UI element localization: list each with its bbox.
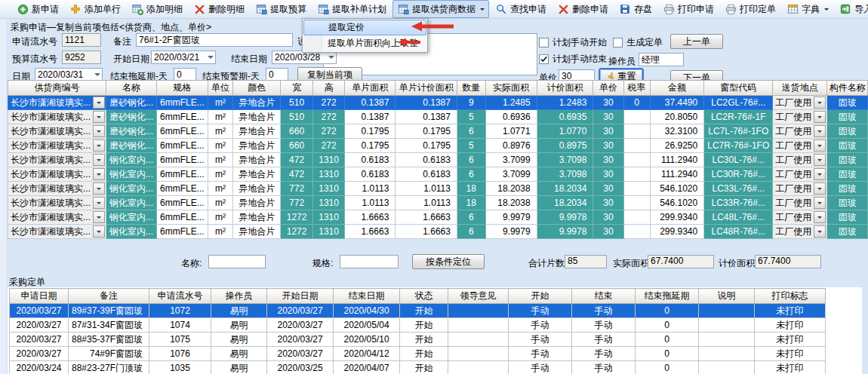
grid-row[interactable]: 长沙市潇湘玻璃实...钢化室内...6mmFLE...m²异地合片4721310…: [8, 167, 868, 182]
checkbox-box[interactable]: [539, 38, 549, 48]
column-header[interactable]: 税率: [623, 81, 650, 96]
grid-cell[interactable]: 9: [457, 96, 485, 110]
grid-cell[interactable]: LC30R-76#...: [704, 167, 773, 182]
grid-cell[interactable]: [623, 225, 650, 239]
grid-cell[interactable]: 6mmFLE...: [157, 110, 208, 124]
grid-cell[interactable]: 1.0113: [396, 196, 457, 210]
toolbar-button-10[interactable]: 存盘: [614, 0, 657, 18]
grid-cell[interactable]: 手动: [509, 333, 572, 347]
grid-cell[interactable]: 3.7099: [485, 153, 537, 167]
grid-cell[interactable]: [623, 182, 650, 196]
column-header[interactable]: 数量: [457, 81, 485, 96]
grid-cell[interactable]: 6mmFLE...: [157, 225, 208, 239]
grid-cell[interactable]: [448, 333, 509, 347]
grid-cell[interactable]: 未打印: [755, 304, 826, 318]
grid-cell[interactable]: 5: [457, 110, 485, 124]
grid-cell[interactable]: 1076: [149, 347, 211, 361]
grid-cell[interactable]: 2020/03/27: [267, 304, 334, 318]
column-header[interactable]: 单位: [208, 81, 233, 96]
locate-by-condition-button[interactable]: 按条件定位: [412, 254, 485, 269]
grid-cell[interactable]: LC33L-76#...: [704, 182, 773, 196]
grid-cell[interactable]: 3.7098: [537, 167, 593, 182]
grid-cell[interactable]: 772: [281, 182, 313, 196]
grid-cell[interactable]: 异地合片: [233, 153, 281, 167]
grid-cell[interactable]: 30: [593, 182, 623, 196]
chevron-down-icon[interactable]: [814, 154, 826, 166]
chevron-down-icon[interactable]: [94, 73, 100, 79]
chevron-down-icon[interactable]: [814, 225, 826, 238]
grid-cell[interactable]: 固玻: [827, 225, 868, 239]
grid-row[interactable]: 长沙市潇湘玻璃实...磨砂钢化...6mmFLE...m²异地合片6602720…: [8, 124, 868, 139]
grid-cell[interactable]: 长沙市潇湘玻璃实...: [8, 210, 106, 225]
column-header[interactable]: 规格: [157, 81, 208, 96]
chevron-down-icon[interactable]: [328, 56, 334, 62]
grid-cell[interactable]: [448, 304, 509, 318]
grid-cell[interactable]: 异地合片: [233, 210, 281, 225]
toolbar-button-4[interactable]: 删除明细: [189, 0, 249, 18]
grid-cell[interactable]: 660: [281, 139, 313, 153]
grid-cell[interactable]: 30: [593, 124, 623, 139]
grid-cell[interactable]: 易明: [211, 347, 267, 361]
grid-cell[interactable]: 1.6663: [345, 210, 396, 225]
column-header[interactable]: 开始日期: [267, 289, 334, 304]
grid-cell[interactable]: 开始: [400, 333, 448, 347]
grid-cell[interactable]: [448, 361, 509, 374]
grid-cell[interactable]: m²: [208, 225, 233, 239]
column-header[interactable]: 宽: [281, 81, 313, 96]
grid-cell[interactable]: LC48R-76#...: [704, 225, 773, 239]
grid-cell[interactable]: 手动: [509, 361, 572, 374]
grid-cell[interactable]: 0.1387: [396, 110, 457, 124]
grid-cell[interactable]: 钢化室内...: [106, 225, 157, 239]
grid-cell[interactable]: 88#35-37F窗固玻: [69, 333, 149, 347]
grid-cell[interactable]: 0.6183: [396, 167, 457, 182]
manual-end-checkbox[interactable]: 计划手动结束: [539, 53, 607, 66]
grid-cell[interactable]: 18.2038: [485, 182, 537, 196]
grid-cell[interactable]: 6: [457, 225, 485, 239]
grid-cell[interactable]: 异地合片: [233, 167, 281, 182]
grid-cell[interactable]: 1310: [312, 182, 345, 196]
column-header[interactable]: 结束日期: [334, 289, 400, 304]
grid-cell[interactable]: 1072: [149, 304, 211, 318]
grid-cell[interactable]: LC2GL-76#...: [704, 96, 773, 110]
column-header[interactable]: 单片面积: [345, 81, 396, 96]
grid-cell[interactable]: 固玻: [827, 153, 868, 167]
grid-cell[interactable]: 1.6663: [345, 225, 396, 239]
grid-cell[interactable]: 开始: [400, 304, 448, 318]
grid-cell[interactable]: 1074: [149, 318, 211, 333]
column-header[interactable]: 领导意见: [448, 289, 509, 304]
toolbar-button-1[interactable]: 新申请: [12, 0, 63, 18]
grid-cell[interactable]: 异地合片: [233, 139, 281, 153]
grid-cell[interactable]: 工厂使用: [773, 96, 827, 110]
column-header[interactable]: 名称: [106, 81, 157, 96]
grid-cell[interactable]: 易明: [211, 333, 267, 347]
grid-cell[interactable]: 磨砂钢化...: [106, 96, 157, 110]
grid-cell[interactable]: 30: [593, 167, 623, 182]
grid-cell[interactable]: 0.1795: [345, 139, 396, 153]
grid-cell[interactable]: 异地合片: [233, 124, 281, 139]
toolbar-button-7[interactable]: 提取供货商数据: [392, 0, 489, 18]
grid-cell[interactable]: 6mmFLE...: [157, 196, 208, 210]
grid-cell[interactable]: 3.7098: [537, 153, 593, 167]
grid-cell[interactable]: 74#9F窗固玻: [69, 347, 149, 361]
prev-order-button[interactable]: 上一单: [670, 34, 723, 49]
grid-cell[interactable]: m²: [208, 96, 233, 110]
grid-cell[interactable]: 2020/05/04: [334, 318, 400, 333]
column-header[interactable]: 窗型代码: [704, 81, 773, 96]
grid-cell[interactable]: 工厂使用: [773, 139, 827, 153]
column-header[interactable]: 构件名称: [827, 81, 868, 96]
grid-cell[interactable]: 3.7099: [485, 167, 537, 182]
grid-row[interactable]: 长沙市潇湘玻璃实...磨砂钢化...6mmFLE...m²异地合片5102720…: [8, 110, 868, 124]
toolbar-button-6[interactable]: 提取补单计划: [312, 0, 391, 18]
grid-cell[interactable]: 工厂使用: [773, 196, 827, 210]
grid-cell[interactable]: [699, 318, 755, 333]
grid-cell[interactable]: 111.2940: [650, 153, 704, 167]
grid-cell[interactable]: [448, 347, 509, 361]
grid-cell[interactable]: 546.1020: [650, 196, 704, 210]
grid-cell[interactable]: 未打印: [755, 333, 826, 347]
grid-cell[interactable]: 2020/03/27: [10, 318, 69, 333]
chevron-down-icon[interactable]: [93, 225, 105, 238]
column-header[interactable]: 备注: [69, 289, 149, 304]
grid-cell[interactable]: 工厂使用: [773, 153, 827, 167]
grid-cell[interactable]: 6: [457, 153, 485, 167]
grid-cell[interactable]: 0.8976: [485, 139, 537, 153]
